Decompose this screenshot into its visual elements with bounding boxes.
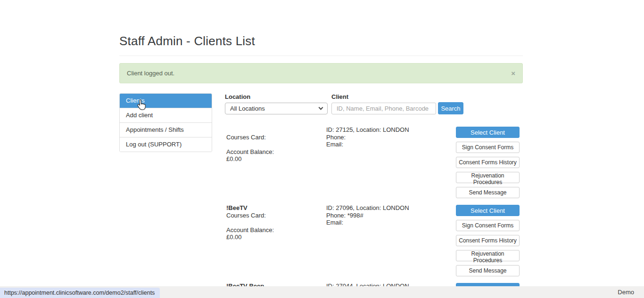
sidebar-item-label: Appointments / Shifts — [126, 126, 184, 133]
alert-success: Client logged out. × — [119, 63, 523, 83]
sidebar-menu: Clients Add client Appointments / Shifts… — [119, 93, 212, 152]
client-details-column: ID: 27125, Location: LONDON Phone: Email… — [326, 126, 409, 148]
account-balance-label: Account Balance: — [226, 148, 274, 156]
title-divider — [119, 56, 523, 56]
sidebar-item-logout[interactable]: Log out (SUPPORT) — [120, 137, 212, 152]
rejuvenation-procedures-button[interactable]: Rejuvenation Procedures — [456, 250, 520, 261]
location-label: Location — [225, 93, 328, 100]
location-filter-group: Location All Locations — [225, 93, 328, 114]
sidebar-item-appointments-shifts[interactable]: Appointments / Shifts — [120, 122, 212, 137]
client-actions-column: Select Client Sign Consent Forms Consent… — [456, 127, 520, 202]
client-phone: Phone: *998# — [326, 212, 409, 219]
client-details-column: ID: 27096, Location: LONDON Phone: *998#… — [326, 204, 409, 226]
client-label: Client — [331, 93, 436, 100]
demo-label: Demo — [618, 286, 634, 298]
client-email: Email: — [326, 141, 409, 148]
page-container: Staff Admin - Clients List Client logged… — [119, 0, 523, 298]
client-list: Courses Card: Account Balance: £0.00 ID:… — [225, 123, 523, 298]
client-row: Courses Card: Account Balance: £0.00 ID:… — [225, 123, 523, 201]
client-phone: Phone: — [326, 134, 409, 141]
client-actions-column: Select Client Sign Consent Forms Consent… — [456, 205, 520, 280]
client-name: !BeeTV — [226, 204, 274, 212]
client-id-location: ID: 27096, Location: LONDON — [326, 204, 409, 212]
courses-card-label: Courses Card: — [226, 212, 274, 219]
alert-message: Client logged out. — [127, 70, 174, 77]
sidebar-item-label: Clients — [126, 97, 145, 104]
main-content: Location All Locations Client Search — [225, 93, 523, 298]
close-icon[interactable]: × — [511, 70, 515, 77]
client-summary-column: Courses Card: Account Balance: £0.00 — [226, 126, 274, 163]
select-client-button[interactable]: Select Client — [456, 205, 520, 216]
sign-consent-forms-button[interactable]: Sign Consent Forms — [456, 220, 520, 231]
send-message-button[interactable]: Send Message — [456, 265, 520, 276]
client-email: Email: — [326, 219, 409, 226]
browser-status-url: https://appointment.clinicsoftware.com/d… — [0, 288, 160, 298]
sign-consent-forms-button[interactable]: Sign Consent Forms — [456, 142, 520, 153]
consent-forms-history-button[interactable]: Consent Forms History — [456, 157, 520, 168]
client-filter-group: Client — [331, 93, 436, 114]
rejuvenation-procedures-button[interactable]: Rejuvenation Procedures — [456, 172, 520, 183]
send-message-button[interactable]: Send Message — [456, 187, 520, 198]
account-balance-value: £0.00 — [226, 155, 274, 163]
client-id-location: ID: 27125, Location: LONDON — [326, 126, 409, 134]
client-name — [226, 126, 274, 134]
page-title: Staff Admin - Clients List — [119, 34, 523, 48]
account-balance-label: Account Balance: — [226, 226, 274, 234]
account-balance-value: £0.00 — [226, 234, 274, 241]
sidebar-item-label: Add client — [126, 112, 153, 119]
consent-forms-history-button[interactable]: Consent Forms History — [456, 235, 520, 246]
client-summary-column: !BeeTV Courses Card: Account Balance: £0… — [226, 204, 274, 241]
sidebar-item-clients[interactable]: Clients — [120, 94, 212, 108]
courses-card-label: Courses Card: — [226, 134, 274, 141]
location-select[interactable]: All Locations — [225, 103, 328, 114]
search-button[interactable]: Search — [438, 102, 463, 114]
client-row: !BeeTV Courses Card: Account Balance: £0… — [225, 201, 523, 280]
sidebar-item-label: Log out (SUPPORT) — [126, 141, 182, 148]
select-client-button[interactable]: Select Client — [456, 127, 520, 138]
sidebar-item-add-client[interactable]: Add client — [120, 108, 212, 122]
filter-bar: Location All Locations Client Search — [225, 93, 523, 114]
client-search-input[interactable] — [331, 103, 436, 114]
